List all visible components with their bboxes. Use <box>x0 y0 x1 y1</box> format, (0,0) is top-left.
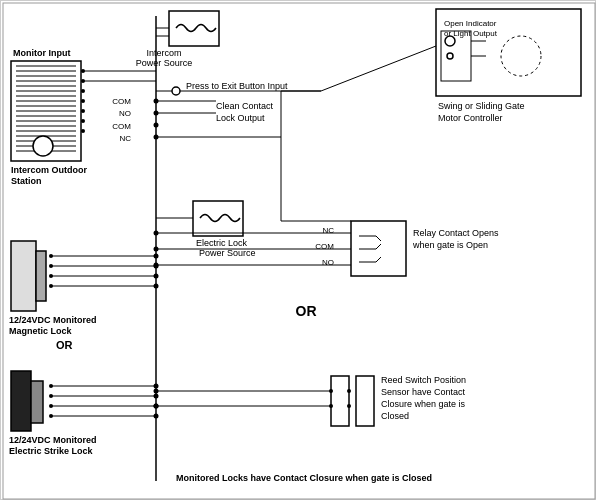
svg-point-26 <box>81 119 85 123</box>
svg-point-70 <box>154 274 159 279</box>
svg-text:Press to Exit Button Input: Press to Exit Button Input <box>186 81 288 91</box>
svg-text:Intercom Outdoor: Intercom Outdoor <box>11 165 87 175</box>
svg-text:COM: COM <box>112 122 131 131</box>
svg-text:NO: NO <box>322 258 334 267</box>
svg-point-86 <box>154 394 159 399</box>
svg-text:Electric Lock: Electric Lock <box>196 238 248 248</box>
svg-point-116 <box>154 247 159 252</box>
svg-point-68 <box>154 254 159 259</box>
svg-point-115 <box>154 231 159 236</box>
svg-text:NC: NC <box>119 134 131 143</box>
svg-point-23 <box>81 89 85 93</box>
svg-text:Reed Switch Position: Reed Switch Position <box>381 375 466 385</box>
svg-text:Lock Output: Lock Output <box>216 113 265 123</box>
svg-rect-57 <box>36 251 46 301</box>
svg-text:Clean Contact: Clean Contact <box>216 101 274 111</box>
svg-text:Closure when gate is: Closure when gate is <box>381 399 466 409</box>
svg-text:Magnetic Lock: Magnetic Lock <box>9 326 73 336</box>
svg-text:Open Indicator: Open Indicator <box>444 19 497 28</box>
svg-rect-52 <box>193 201 243 236</box>
svg-text:Intercom: Intercom <box>146 48 181 58</box>
svg-point-24 <box>81 99 85 103</box>
monitor-input-label: Monitor Input <box>13 48 70 58</box>
svg-text:Monitored Locks have Contact C: Monitored Locks have Contact Closure whe… <box>176 473 432 483</box>
svg-text:OR: OR <box>296 303 317 319</box>
svg-text:when gate is Open: when gate is Open <box>412 240 488 250</box>
svg-text:12/24VDC Monitored: 12/24VDC Monitored <box>9 315 97 325</box>
svg-point-27 <box>81 129 85 133</box>
svg-text:Station: Station <box>11 176 42 186</box>
svg-text:Electric Strike Lock: Electric Strike Lock <box>9 446 94 456</box>
svg-point-88 <box>154 414 159 419</box>
svg-point-46 <box>154 123 159 128</box>
svg-text:NC: NC <box>322 226 334 235</box>
svg-point-122 <box>347 389 351 393</box>
svg-text:or Light Output: or Light Output <box>444 29 498 38</box>
svg-point-132 <box>154 404 159 409</box>
svg-point-124 <box>347 404 351 408</box>
svg-text:COM: COM <box>112 97 131 106</box>
svg-point-71 <box>154 284 159 289</box>
svg-text:Motor Controller: Motor Controller <box>438 113 503 123</box>
svg-rect-31 <box>169 11 219 46</box>
svg-rect-73 <box>11 371 31 431</box>
svg-rect-74 <box>31 381 43 423</box>
svg-text:Swing or Sliding Gate: Swing or Sliding Gate <box>438 101 525 111</box>
svg-text:12/24VDC Monitored: 12/24VDC Monitored <box>9 435 97 445</box>
svg-point-25 <box>81 109 85 113</box>
svg-text:Sensor have Contact: Sensor have Contact <box>381 387 466 397</box>
svg-text:NO: NO <box>119 109 131 118</box>
svg-text:COM: COM <box>315 242 334 251</box>
svg-text:OR: OR <box>56 339 73 351</box>
svg-point-117 <box>154 263 159 268</box>
svg-point-20 <box>33 136 53 156</box>
svg-point-131 <box>154 389 159 394</box>
svg-point-85 <box>154 384 159 389</box>
svg-text:Relay Contact Opens: Relay Contact Opens <box>413 228 499 238</box>
svg-rect-119 <box>331 376 349 426</box>
wiring-diagram: Monitor Input Intercom Outdoor Station I… <box>0 0 596 500</box>
svg-text:Closed: Closed <box>381 411 409 421</box>
svg-rect-56 <box>11 241 36 311</box>
svg-rect-120 <box>356 376 374 426</box>
svg-text:Power Source: Power Source <box>136 58 193 68</box>
